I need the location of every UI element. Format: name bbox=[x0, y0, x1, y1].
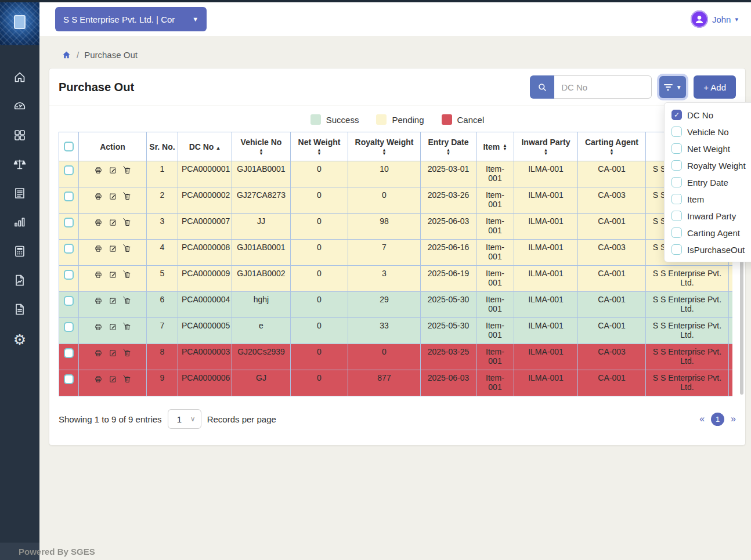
cell-extra bbox=[729, 370, 733, 396]
sidebar-item-apps[interactable] bbox=[12, 129, 27, 144]
row-checkbox[interactable] bbox=[64, 270, 74, 280]
print-icon[interactable] bbox=[94, 166, 103, 176]
column-header-entry-date[interactable]: Entry Date▲▼ bbox=[421, 132, 476, 161]
delete-icon[interactable] bbox=[123, 297, 132, 307]
sidebar-item-document[interactable] bbox=[12, 303, 27, 318]
search-button[interactable] bbox=[530, 75, 554, 99]
content-area: / Purchase Out Purchase Out bbox=[39, 36, 751, 560]
edit-icon[interactable] bbox=[109, 270, 117, 281]
column-header-sr-no-: Sr. No. bbox=[147, 132, 178, 161]
pagination-page-1[interactable]: 1 bbox=[711, 413, 724, 426]
delete-icon[interactable] bbox=[123, 270, 132, 281]
edit-icon[interactable] bbox=[109, 166, 117, 176]
print-icon[interactable] bbox=[94, 297, 103, 307]
sidebar-item-scale[interactable] bbox=[12, 158, 27, 173]
edit-icon[interactable] bbox=[109, 375, 117, 385]
search-input[interactable] bbox=[554, 75, 652, 99]
filter-option-vehicle-no[interactable]: Vehicle No bbox=[671, 127, 751, 137]
sidebar-item-chart[interactable] bbox=[12, 216, 27, 231]
delete-icon[interactable] bbox=[123, 192, 132, 203]
checkbox-icon[interactable] bbox=[671, 160, 682, 171]
edit-icon[interactable] bbox=[109, 244, 117, 255]
edit-icon[interactable] bbox=[109, 297, 117, 307]
filter-option-entry-date[interactable]: Entry Date bbox=[671, 177, 751, 187]
column-header-vehicle-no[interactable]: Vehicle No▲▼ bbox=[232, 132, 291, 161]
select-all-checkbox[interactable] bbox=[64, 142, 74, 151]
sidebar-item-home[interactable] bbox=[12, 71, 27, 86]
pagination-prev[interactable]: « bbox=[699, 414, 705, 424]
checkbox-icon[interactable] bbox=[671, 211, 682, 221]
row-checkbox[interactable] bbox=[64, 348, 74, 358]
sidebar-item-calculator[interactable] bbox=[12, 245, 27, 260]
print-icon[interactable] bbox=[94, 192, 103, 203]
user-menu[interactable]: John ▾ bbox=[691, 10, 738, 28]
home-icon[interactable] bbox=[62, 50, 71, 60]
checkbox-icon[interactable] bbox=[671, 127, 682, 137]
toolbar: ▼ + Add bbox=[530, 75, 736, 99]
print-icon[interactable] bbox=[94, 375, 103, 385]
column-header-net-weight[interactable]: Net Weight▲▼ bbox=[291, 132, 348, 161]
print-icon[interactable] bbox=[94, 218, 103, 229]
checkbox-icon[interactable] bbox=[671, 244, 682, 255]
filter-option-carting-agent[interactable]: Carting Agent bbox=[671, 227, 751, 238]
cell-company: S S Enterprise Pvt. Ltd. bbox=[646, 318, 729, 344]
delete-icon[interactable] bbox=[123, 244, 132, 255]
app-logo[interactable] bbox=[0, 0, 39, 45]
print-icon[interactable] bbox=[94, 270, 103, 281]
delete-icon[interactable] bbox=[123, 218, 132, 229]
add-button[interactable]: + Add bbox=[694, 75, 736, 99]
filter-option-royalty-weight[interactable]: Royalty Weight bbox=[671, 160, 751, 171]
filter-option-inward-party[interactable]: Inward Party bbox=[671, 211, 751, 221]
row-checkbox[interactable] bbox=[64, 296, 74, 306]
row-checkbox[interactable] bbox=[64, 322, 74, 332]
print-icon[interactable] bbox=[94, 349, 103, 359]
sidebar-item-settings[interactable]: ⚙ bbox=[12, 332, 27, 347]
checkbox-icon[interactable] bbox=[671, 177, 682, 187]
column-filter-button[interactable]: ▼ bbox=[659, 76, 686, 98]
delete-icon[interactable] bbox=[123, 375, 132, 385]
cell-royalty-weight: 10 bbox=[348, 161, 421, 187]
edit-icon[interactable] bbox=[109, 349, 117, 359]
column-header-dc-no[interactable]: DC No▲ bbox=[178, 132, 232, 161]
filter-option-dc-no[interactable]: ✓ DC No bbox=[671, 110, 751, 120]
edit-icon[interactable] bbox=[109, 323, 117, 333]
checkbox-icon[interactable] bbox=[671, 227, 682, 238]
filter-option-ispurchaseout[interactable]: IsPurchaseOut bbox=[671, 244, 751, 255]
company-selector-button[interactable]: S S Enterprise Pvt. Ltd. | Cor ▼ bbox=[55, 7, 207, 31]
sort-asc-icon: ▲ bbox=[215, 145, 221, 151]
edit-icon[interactable] bbox=[109, 192, 117, 203]
delete-icon[interactable] bbox=[123, 166, 132, 176]
cell-sr-no: 4 bbox=[147, 240, 178, 266]
checkbox-icon[interactable] bbox=[671, 143, 682, 154]
filter-option-item[interactable]: Item bbox=[671, 194, 751, 204]
cell-carting-agent: CA-003 bbox=[578, 240, 646, 266]
row-checkbox[interactable] bbox=[64, 244, 74, 254]
filter-option-net-weight[interactable]: Net Weight bbox=[671, 143, 751, 154]
sidebar-item-report[interactable] bbox=[12, 274, 27, 289]
checkbox-icon[interactable] bbox=[671, 194, 682, 204]
cell-sr-no: 1 bbox=[147, 161, 178, 187]
checkbox-checked-icon[interactable]: ✓ bbox=[671, 110, 682, 120]
delete-icon[interactable] bbox=[123, 349, 132, 359]
records-per-page-select[interactable]: 1 ∨ bbox=[168, 409, 201, 429]
print-icon[interactable] bbox=[94, 323, 103, 333]
edit-icon[interactable] bbox=[109, 218, 117, 229]
print-icon[interactable] bbox=[94, 244, 103, 255]
sidebar-item-dashboard[interactable] bbox=[12, 100, 27, 115]
row-checkbox[interactable] bbox=[64, 374, 74, 384]
column-header-carting-agent[interactable]: Carting Agent▲▼ bbox=[578, 132, 646, 161]
pagination-next[interactable]: » bbox=[731, 414, 736, 424]
row-checkbox[interactable] bbox=[64, 218, 74, 227]
sidebar-item-invoice[interactable] bbox=[12, 187, 27, 202]
cell-item: Item-001 bbox=[476, 344, 514, 370]
column-header-royalty-weight[interactable]: Royalty Weight▲▼ bbox=[348, 132, 421, 161]
row-checkbox[interactable] bbox=[64, 192, 74, 201]
topbar: S S Enterprise Pvt. Ltd. | Cor ▼ John ▾ bbox=[39, 2, 751, 36]
cell-sr-no: 8 bbox=[147, 344, 178, 370]
column-header-item[interactable]: Item▲▼ bbox=[476, 132, 514, 161]
row-checkbox[interactable] bbox=[64, 165, 74, 175]
delete-icon[interactable] bbox=[123, 323, 132, 333]
cell-dc-no: PCA0000008 bbox=[178, 240, 232, 266]
cell-vehicle-no: GJ01AB0002 bbox=[232, 266, 291, 292]
column-header-inward-party[interactable]: Inward Party▲▼ bbox=[514, 132, 578, 161]
